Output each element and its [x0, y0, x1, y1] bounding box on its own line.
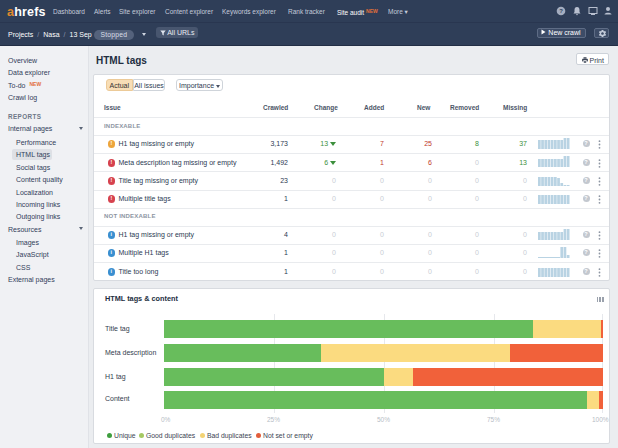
svg-text:?: ?: [559, 8, 563, 14]
